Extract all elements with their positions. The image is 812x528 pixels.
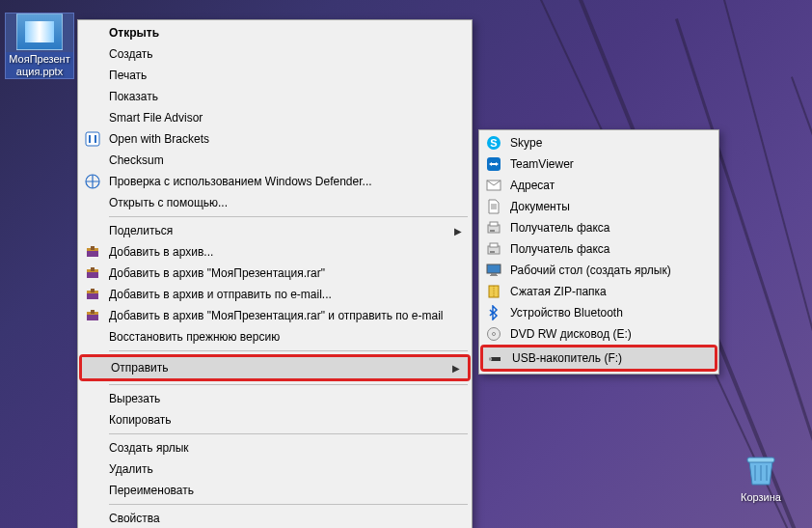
sendto-item-9[interactable]: DVD RW дисковод (E:) bbox=[481, 323, 717, 345]
desktop-recycle-bin[interactable]: Корзина bbox=[727, 452, 795, 505]
ctx-item-6[interactable]: Checksum bbox=[80, 150, 470, 171]
ctx-item-7[interactable]: Проверка с использованием Windows Defend… bbox=[80, 171, 470, 192]
blank-icon bbox=[86, 360, 103, 375]
sendto-item-5[interactable]: Получатель факса bbox=[481, 238, 717, 260]
mail-icon bbox=[485, 178, 502, 193]
skype-icon: S bbox=[485, 135, 502, 151]
ctx-item-17[interactable]: Копировать bbox=[80, 409, 470, 431]
ctx-item-3[interactable]: Показать bbox=[80, 86, 470, 107]
sendto-item-10[interactable]: USB-накопитель (F:) bbox=[483, 347, 715, 369]
sendto-item-8[interactable]: Устройство Bluetooth bbox=[481, 302, 717, 323]
ctx-item-1[interactable]: Создать bbox=[80, 43, 470, 65]
ctx-item-15[interactable]: Отправить▶ bbox=[82, 357, 468, 378]
fax-icon bbox=[485, 241, 502, 257]
svg-rect-5 bbox=[91, 246, 95, 250]
menu-item-label: Открыть с помощью... bbox=[109, 196, 462, 209]
ctx-item-10[interactable]: Добавить в архив... bbox=[80, 241, 470, 263]
menu-item-label: DVD RW дисковод (E:) bbox=[510, 327, 709, 341]
desktop-file-pptx[interactable]: МояПрезентация.pptx bbox=[6, 14, 73, 78]
blank-icon bbox=[84, 329, 101, 345]
desktop-file-label: МояПрезентация.pptx bbox=[6, 52, 73, 78]
zip-icon bbox=[485, 284, 502, 299]
svg-rect-32 bbox=[491, 357, 501, 361]
menu-item-label: Восстановить прежнюю версию bbox=[109, 330, 462, 344]
blank-icon bbox=[84, 89, 101, 104]
blank-icon bbox=[84, 511, 101, 526]
sendto-item-1[interactable]: TeamViewer bbox=[481, 153, 717, 175]
svg-rect-24 bbox=[490, 243, 498, 247]
blank-icon bbox=[84, 412, 101, 428]
blank-icon bbox=[84, 110, 101, 125]
desktop-icon bbox=[485, 263, 502, 278]
menu-item-label: Вырезать bbox=[109, 392, 462, 405]
winrar-icon bbox=[84, 244, 101, 260]
ctx-item-20[interactable]: Переименовать bbox=[80, 480, 470, 501]
menu-item-label: USB-накопитель (F:) bbox=[512, 351, 707, 365]
blank-icon bbox=[84, 391, 101, 406]
dvd-icon bbox=[485, 326, 502, 342]
svg-rect-14 bbox=[91, 310, 95, 314]
menu-separator bbox=[109, 350, 468, 351]
ctx-item-12[interactable]: Добавить в архив и отправить по e-mail..… bbox=[80, 284, 470, 305]
blank-icon bbox=[84, 46, 101, 62]
svg-rect-28 bbox=[490, 275, 498, 276]
menu-item-label: Создать ярлык bbox=[109, 441, 462, 455]
menu-item-label: Переименовать bbox=[109, 484, 462, 497]
ctx-item-16[interactable]: Вырезать bbox=[80, 388, 470, 409]
bluetooth-icon bbox=[485, 305, 502, 320]
ctx-item-8[interactable]: Открыть с помощью... bbox=[80, 192, 470, 213]
menu-item-label: Checksum bbox=[109, 153, 462, 167]
blank-icon bbox=[84, 223, 101, 238]
winrar-icon bbox=[84, 287, 101, 302]
teamviewer-icon bbox=[485, 156, 502, 172]
ctx-item-13[interactable]: Добавить в архив "МояПрезентация.rar" и … bbox=[80, 305, 470, 326]
svg-rect-25 bbox=[490, 251, 495, 253]
menu-separator bbox=[109, 216, 468, 217]
blank-icon bbox=[84, 153, 101, 168]
svg-rect-0 bbox=[747, 458, 774, 462]
sendto-item-4[interactable]: Получатель факса bbox=[481, 217, 717, 238]
sendto-item-6[interactable]: Рабочий стол (создать ярлык) bbox=[481, 260, 717, 281]
sendto-item-7[interactable]: Сжатая ZIP-папка bbox=[481, 281, 717, 302]
menu-item-label: Устройство Bluetooth bbox=[510, 306, 709, 320]
ctx-item-14[interactable]: Восстановить прежнюю версию bbox=[80, 326, 470, 347]
svg-rect-8 bbox=[91, 267, 95, 271]
ctx-item-0[interactable]: Открыть bbox=[80, 22, 470, 43]
svg-rect-11 bbox=[91, 289, 95, 292]
menu-item-label: Печать bbox=[109, 69, 462, 82]
sendto-item-3[interactable]: Документы bbox=[481, 196, 717, 217]
ctx-item-4[interactable]: Smart File Advisor bbox=[80, 107, 470, 128]
ctx-item-9[interactable]: Поделиться▶ bbox=[80, 220, 470, 241]
menu-item-label: Рабочий стол (создать ярлык) bbox=[510, 264, 709, 277]
menu-item-label: Получатель факса bbox=[510, 242, 709, 256]
send-to-submenu: SSkypeTeamViewerАдресатДокументыПолучате… bbox=[478, 129, 719, 375]
submenu-arrow-icon: ▶ bbox=[452, 363, 460, 374]
ctx-item-5[interactable]: Open with Brackets bbox=[80, 128, 470, 150]
menu-item-label: Поделиться bbox=[109, 224, 454, 237]
svg-rect-18 bbox=[491, 163, 497, 165]
ctx-item-21[interactable]: Свойства bbox=[80, 508, 470, 528]
bg-line bbox=[723, 0, 812, 528]
blank-icon bbox=[84, 68, 101, 83]
ctx-item-19[interactable]: Удалить bbox=[80, 459, 470, 480]
menu-item-label: Smart File Advisor bbox=[109, 111, 462, 125]
recycle-bin-icon bbox=[738, 452, 784, 488]
pptx-icon bbox=[16, 14, 63, 50]
blank-icon bbox=[84, 440, 101, 456]
svg-point-31 bbox=[493, 333, 496, 336]
menu-item-label: Свойства bbox=[109, 512, 462, 525]
svg-rect-33 bbox=[489, 358, 492, 361]
svg-rect-26 bbox=[487, 264, 501, 273]
menu-item-label: Добавить в архив и отправить по e-mail..… bbox=[109, 288, 462, 301]
menu-item-label: Удалить bbox=[109, 462, 462, 476]
ctx-item-2[interactable]: Печать bbox=[80, 65, 470, 86]
menu-item-label: Добавить в архив... bbox=[109, 245, 462, 259]
menu-item-label: Сжатая ZIP-папка bbox=[510, 285, 709, 298]
menu-item-label: Open with Brackets bbox=[109, 132, 462, 146]
menu-separator bbox=[109, 384, 468, 385]
sendto-item-0[interactable]: SSkype bbox=[481, 132, 717, 153]
sendto-item-2[interactable]: Адресат bbox=[481, 175, 717, 196]
highlight-box: USB-накопитель (F:) bbox=[480, 345, 717, 372]
ctx-item-18[interactable]: Создать ярлык bbox=[80, 437, 470, 459]
ctx-item-11[interactable]: Добавить в архив "МояПрезентация.rar" bbox=[80, 263, 470, 284]
